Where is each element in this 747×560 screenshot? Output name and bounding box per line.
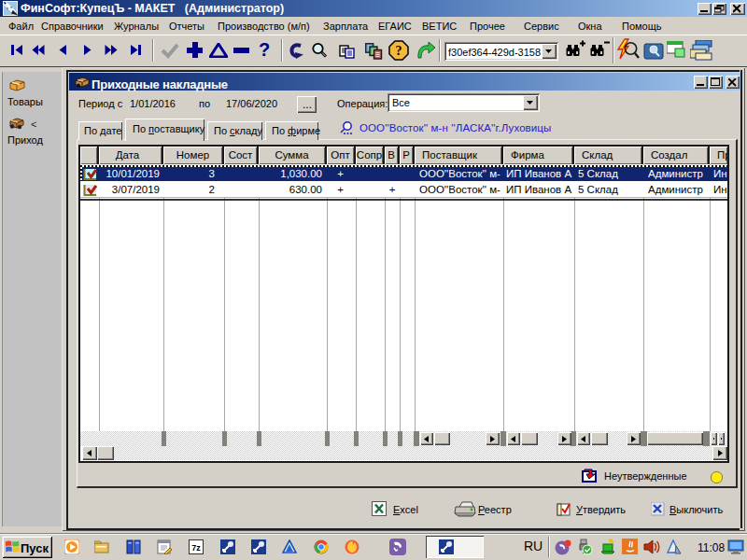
svg-text:?: ? bbox=[396, 44, 402, 58]
svg-text:7z: 7z bbox=[191, 543, 201, 553]
